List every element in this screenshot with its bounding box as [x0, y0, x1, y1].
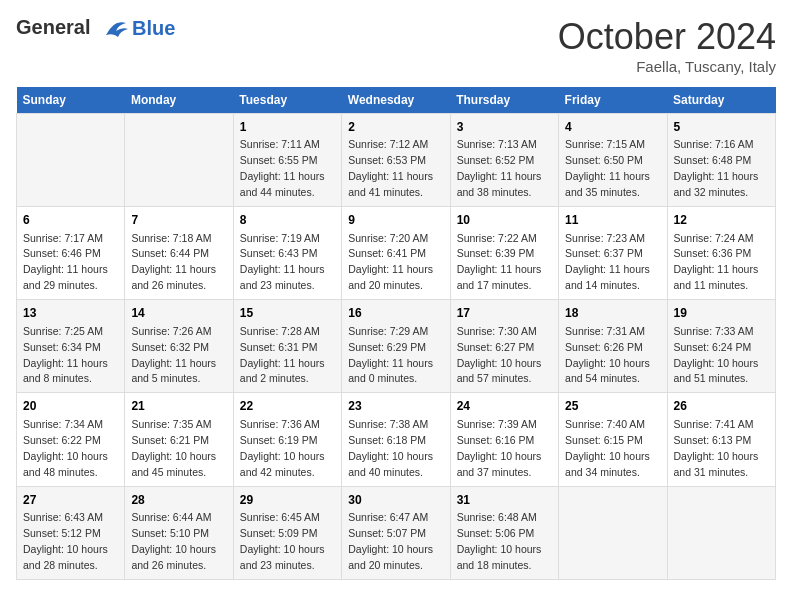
calendar-cell: [667, 486, 775, 579]
cell-info: Sunrise: 7:13 AMSunset: 6:52 PMDaylight:…: [457, 138, 542, 198]
calendar-cell: 29Sunrise: 6:45 AMSunset: 5:09 PMDayligh…: [233, 486, 341, 579]
cell-info: Sunrise: 7:39 AMSunset: 6:16 PMDaylight:…: [457, 418, 542, 478]
day-number: 28: [131, 492, 226, 509]
calendar-cell: [17, 114, 125, 207]
day-number: 1: [240, 119, 335, 136]
cell-info: Sunrise: 7:25 AMSunset: 6:34 PMDaylight:…: [23, 325, 108, 385]
logo: General Blue: [16, 16, 175, 41]
day-number: 22: [240, 398, 335, 415]
calendar-cell: 8Sunrise: 7:19 AMSunset: 6:43 PMDaylight…: [233, 207, 341, 300]
calendar-cell: 31Sunrise: 6:48 AMSunset: 5:06 PMDayligh…: [450, 486, 558, 579]
day-number: 5: [674, 119, 769, 136]
day-number: 9: [348, 212, 443, 229]
calendar-cell: 27Sunrise: 6:43 AMSunset: 5:12 PMDayligh…: [17, 486, 125, 579]
day-number: 29: [240, 492, 335, 509]
cell-info: Sunrise: 7:16 AMSunset: 6:48 PMDaylight:…: [674, 138, 759, 198]
calendar-cell: 26Sunrise: 7:41 AMSunset: 6:13 PMDayligh…: [667, 393, 775, 486]
cell-info: Sunrise: 7:19 AMSunset: 6:43 PMDaylight:…: [240, 232, 325, 292]
cell-info: Sunrise: 7:11 AMSunset: 6:55 PMDaylight:…: [240, 138, 325, 198]
cell-info: Sunrise: 7:22 AMSunset: 6:39 PMDaylight:…: [457, 232, 542, 292]
calendar-cell: 16Sunrise: 7:29 AMSunset: 6:29 PMDayligh…: [342, 300, 450, 393]
day-number: 31: [457, 492, 552, 509]
day-number: 21: [131, 398, 226, 415]
calendar-cell: 1Sunrise: 7:11 AMSunset: 6:55 PMDaylight…: [233, 114, 341, 207]
cell-info: Sunrise: 7:23 AMSunset: 6:37 PMDaylight:…: [565, 232, 650, 292]
day-number: 11: [565, 212, 660, 229]
calendar-cell: 9Sunrise: 7:20 AMSunset: 6:41 PMDaylight…: [342, 207, 450, 300]
calendar-week-row: 20Sunrise: 7:34 AMSunset: 6:22 PMDayligh…: [17, 393, 776, 486]
calendar-cell: 14Sunrise: 7:26 AMSunset: 6:32 PMDayligh…: [125, 300, 233, 393]
cell-info: Sunrise: 7:40 AMSunset: 6:15 PMDaylight:…: [565, 418, 650, 478]
cell-info: Sunrise: 7:28 AMSunset: 6:31 PMDaylight:…: [240, 325, 325, 385]
calendar-cell: 7Sunrise: 7:18 AMSunset: 6:44 PMDaylight…: [125, 207, 233, 300]
cell-info: Sunrise: 6:44 AMSunset: 5:10 PMDaylight:…: [131, 511, 216, 571]
day-number: 26: [674, 398, 769, 415]
cell-info: Sunrise: 7:41 AMSunset: 6:13 PMDaylight:…: [674, 418, 759, 478]
calendar-week-row: 13Sunrise: 7:25 AMSunset: 6:34 PMDayligh…: [17, 300, 776, 393]
calendar-cell: 28Sunrise: 6:44 AMSunset: 5:10 PMDayligh…: [125, 486, 233, 579]
calendar-cell: 12Sunrise: 7:24 AMSunset: 6:36 PMDayligh…: [667, 207, 775, 300]
cell-info: Sunrise: 7:29 AMSunset: 6:29 PMDaylight:…: [348, 325, 433, 385]
cell-info: Sunrise: 7:15 AMSunset: 6:50 PMDaylight:…: [565, 138, 650, 198]
cell-info: Sunrise: 6:45 AMSunset: 5:09 PMDaylight:…: [240, 511, 325, 571]
day-number: 13: [23, 305, 118, 322]
title-block: October 2024 Faella, Tuscany, Italy: [558, 16, 776, 75]
calendar-week-row: 1Sunrise: 7:11 AMSunset: 6:55 PMDaylight…: [17, 114, 776, 207]
page-header: General Blue October 2024 Faella, Tuscan…: [16, 16, 776, 75]
calendar-cell: 21Sunrise: 7:35 AMSunset: 6:21 PMDayligh…: [125, 393, 233, 486]
calendar-cell: 23Sunrise: 7:38 AMSunset: 6:18 PMDayligh…: [342, 393, 450, 486]
col-header-tuesday: Tuesday: [233, 87, 341, 114]
cell-info: Sunrise: 7:31 AMSunset: 6:26 PMDaylight:…: [565, 325, 650, 385]
calendar-cell: 6Sunrise: 7:17 AMSunset: 6:46 PMDaylight…: [17, 207, 125, 300]
cell-info: Sunrise: 7:33 AMSunset: 6:24 PMDaylight:…: [674, 325, 759, 385]
day-number: 24: [457, 398, 552, 415]
col-header-friday: Friday: [559, 87, 667, 114]
cell-info: Sunrise: 7:35 AMSunset: 6:21 PMDaylight:…: [131, 418, 216, 478]
day-number: 3: [457, 119, 552, 136]
day-number: 27: [23, 492, 118, 509]
col-header-wednesday: Wednesday: [342, 87, 450, 114]
logo-text: General: [16, 16, 130, 41]
calendar-cell: 11Sunrise: 7:23 AMSunset: 6:37 PMDayligh…: [559, 207, 667, 300]
location-label: Faella, Tuscany, Italy: [558, 58, 776, 75]
cell-info: Sunrise: 7:36 AMSunset: 6:19 PMDaylight:…: [240, 418, 325, 478]
calendar-cell: 19Sunrise: 7:33 AMSunset: 6:24 PMDayligh…: [667, 300, 775, 393]
calendar-cell: 15Sunrise: 7:28 AMSunset: 6:31 PMDayligh…: [233, 300, 341, 393]
cell-info: Sunrise: 7:34 AMSunset: 6:22 PMDaylight:…: [23, 418, 108, 478]
calendar-cell: [559, 486, 667, 579]
day-number: 16: [348, 305, 443, 322]
col-header-thursday: Thursday: [450, 87, 558, 114]
day-number: 15: [240, 305, 335, 322]
calendar-cell: [125, 114, 233, 207]
cell-info: Sunrise: 7:20 AMSunset: 6:41 PMDaylight:…: [348, 232, 433, 292]
day-number: 6: [23, 212, 118, 229]
calendar-cell: 22Sunrise: 7:36 AMSunset: 6:19 PMDayligh…: [233, 393, 341, 486]
cell-info: Sunrise: 6:48 AMSunset: 5:06 PMDaylight:…: [457, 511, 542, 571]
col-header-sunday: Sunday: [17, 87, 125, 114]
calendar-header-row: SundayMondayTuesdayWednesdayThursdayFrid…: [17, 87, 776, 114]
calendar-cell: 2Sunrise: 7:12 AMSunset: 6:53 PMDaylight…: [342, 114, 450, 207]
cell-info: Sunrise: 6:47 AMSunset: 5:07 PMDaylight:…: [348, 511, 433, 571]
cell-info: Sunrise: 7:24 AMSunset: 6:36 PMDaylight:…: [674, 232, 759, 292]
day-number: 30: [348, 492, 443, 509]
calendar-cell: 13Sunrise: 7:25 AMSunset: 6:34 PMDayligh…: [17, 300, 125, 393]
day-number: 25: [565, 398, 660, 415]
logo-general: General: [16, 16, 90, 38]
calendar-cell: 18Sunrise: 7:31 AMSunset: 6:26 PMDayligh…: [559, 300, 667, 393]
day-number: 4: [565, 119, 660, 136]
day-number: 20: [23, 398, 118, 415]
cell-info: Sunrise: 7:17 AMSunset: 6:46 PMDaylight:…: [23, 232, 108, 292]
day-number: 10: [457, 212, 552, 229]
col-header-saturday: Saturday: [667, 87, 775, 114]
calendar-cell: 5Sunrise: 7:16 AMSunset: 6:48 PMDaylight…: [667, 114, 775, 207]
day-number: 7: [131, 212, 226, 229]
calendar-cell: 25Sunrise: 7:40 AMSunset: 6:15 PMDayligh…: [559, 393, 667, 486]
calendar-cell: 4Sunrise: 7:15 AMSunset: 6:50 PMDaylight…: [559, 114, 667, 207]
day-number: 23: [348, 398, 443, 415]
calendar-week-row: 6Sunrise: 7:17 AMSunset: 6:46 PMDaylight…: [17, 207, 776, 300]
day-number: 2: [348, 119, 443, 136]
day-number: 12: [674, 212, 769, 229]
logo-blue: Blue: [132, 17, 175, 40]
calendar-cell: 17Sunrise: 7:30 AMSunset: 6:27 PMDayligh…: [450, 300, 558, 393]
cell-info: Sunrise: 7:38 AMSunset: 6:18 PMDaylight:…: [348, 418, 433, 478]
